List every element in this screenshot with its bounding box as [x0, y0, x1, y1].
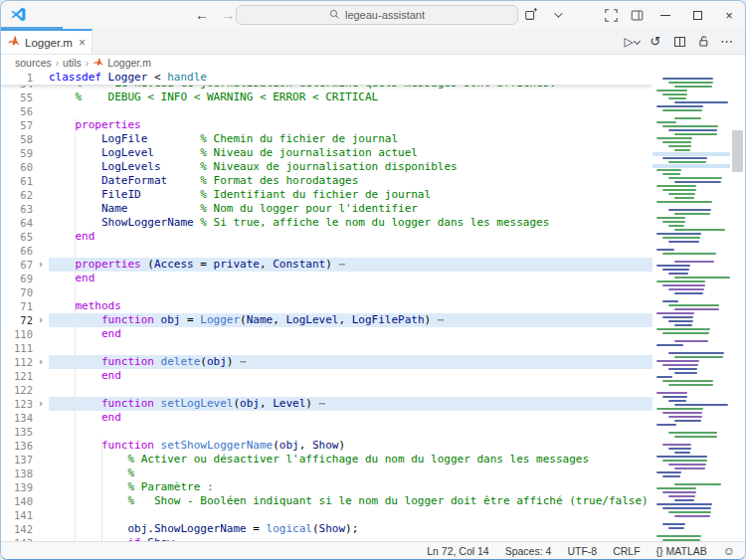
- minimize-button[interactable]: [650, 1, 681, 29]
- status-bar: Ln 72, Col 14 Spaces: 4 UTF-8 CRLF {} MA…: [1, 541, 745, 559]
- line-number: 143: [1, 536, 33, 541]
- encoding-status[interactable]: UTF-8: [567, 545, 597, 557]
- line-number: 57: [1, 118, 33, 132]
- run-button[interactable]: ▷: [622, 31, 642, 53]
- code-line[interactable]: 66: [1, 244, 653, 258]
- fold-gutter: [33, 91, 49, 104]
- sticky-scroll-line[interactable]: 1classdef Logger < handle: [1, 71, 653, 86]
- fold-gutter: [33, 425, 49, 439]
- fold-chevron-icon[interactable]: ›: [33, 258, 49, 272]
- command-center-search[interactable]: legeau-assistant: [236, 5, 518, 25]
- code-area[interactable]: 54 % - Le niveau de journalisation déter…: [1, 71, 653, 541]
- line-number: 123: [1, 397, 33, 411]
- maximize-button[interactable]: [681, 1, 713, 29]
- feedback-smiley-icon[interactable]: ☺: [723, 544, 735, 558]
- code-line[interactable]: 121 end: [1, 369, 653, 383]
- code-line[interactable]: 62 FileID % Identifiant du fichier de jo…: [1, 188, 653, 202]
- tab-logger-m[interactable]: Logger.m ×: [1, 29, 93, 54]
- fold-chevron-icon[interactable]: ›: [33, 313, 49, 327]
- customize-layout-icon[interactable]: [624, 1, 650, 29]
- matlab-file-icon: [93, 57, 103, 70]
- close-window-button[interactable]: ×: [713, 1, 745, 29]
- timeline-history-icon[interactable]: ↺: [646, 31, 665, 53]
- unlock-icon[interactable]: [693, 31, 713, 53]
- tab-bar: Logger.m × ▷ ↺ ⋯: [1, 29, 745, 55]
- minimap-highlight: [653, 164, 730, 168]
- code-line[interactable]: 71 methods: [1, 299, 653, 313]
- code-line[interactable]: 57 properties: [1, 118, 653, 132]
- minimap[interactable]: [653, 71, 730, 541]
- breadcrumb-file[interactable]: Logger.m: [107, 57, 151, 69]
- breadcrumb-separator: ›: [56, 58, 59, 69]
- fold-chevron-icon[interactable]: ›: [33, 355, 49, 369]
- titlebar-accent-line: [1, 27, 63, 29]
- code-line[interactable]: 58 LogFile % Chemin du fichier de journa…: [1, 132, 653, 146]
- line-number: 142: [1, 522, 33, 536]
- code-line[interactable]: 72› function obj = Logger(Name, LogLevel…: [1, 313, 653, 327]
- fold-gutter: [33, 411, 49, 425]
- code-line[interactable]: 61 DateFormat % Format des horodatages: [1, 174, 653, 188]
- split-editor-icon[interactable]: [669, 31, 689, 53]
- code-line[interactable]: 111: [1, 341, 653, 355]
- fold-gutter: [33, 369, 49, 383]
- code-line[interactable]: 69 end: [1, 272, 653, 285]
- line-number: 111: [1, 341, 33, 355]
- code-line[interactable]: 67› properties (Access = private, Consta…: [1, 258, 653, 272]
- line-number: 61: [1, 174, 33, 188]
- fullscreen-icon[interactable]: [598, 1, 624, 29]
- code-line[interactable]: 137 % Activer ou désactiver l'affichage …: [1, 453, 653, 467]
- fold-chevron-icon[interactable]: ›: [33, 397, 49, 411]
- indentation-status[interactable]: Spaces: 4: [505, 545, 552, 557]
- code-line[interactable]: 123› function setLogLevel(obj, Level) ⋯: [1, 397, 653, 411]
- code-line[interactable]: 135: [1, 425, 653, 439]
- code-line[interactable]: 112› function delete(obj) ⋯: [1, 355, 653, 369]
- fold-gutter: [33, 494, 49, 508]
- code-line[interactable]: 138 %: [1, 467, 653, 480]
- code-line[interactable]: 142 obj.ShowLoggerName = logical(Show);: [1, 522, 653, 536]
- tab-close-icon[interactable]: ×: [79, 36, 86, 50]
- code-line[interactable]: 60 LogLevels % Niveaux de journalisation…: [1, 160, 653, 174]
- code-line[interactable]: 136 function setShowLoggerName(obj, Show…: [1, 439, 653, 453]
- new-window-icon[interactable]: [518, 1, 544, 29]
- fold-gutter: [33, 453, 49, 467]
- vertical-scrollbar[interactable]: [730, 71, 745, 541]
- code-line[interactable]: 56: [1, 104, 653, 118]
- back-arrow-icon[interactable]: ←: [195, 7, 209, 23]
- window-actions-chevron-icon[interactable]: [544, 1, 570, 29]
- code-lines[interactable]: 54 % - Le niveau de journalisation déter…: [1, 77, 653, 541]
- fold-gutter: [33, 174, 49, 188]
- fold-gutter: [33, 341, 49, 355]
- line-number: 110: [1, 327, 33, 341]
- code-line[interactable]: 110 end: [1, 327, 653, 341]
- vscode-window: ← → legeau-assistant ×: [0, 0, 746, 560]
- scrollbar-slider[interactable]: [732, 130, 743, 172]
- eol-status[interactable]: CRLF: [613, 545, 640, 557]
- cursor-position-status[interactable]: Ln 72, Col 14: [427, 545, 488, 557]
- code-line[interactable]: 134 end: [1, 411, 653, 425]
- code-line[interactable]: 64 ShowLoggerName % Si true, affiche le …: [1, 216, 653, 230]
- code-line[interactable]: 122: [1, 383, 653, 397]
- line-number: 63: [1, 202, 33, 216]
- code-line[interactable]: 139 % Paramètre :: [1, 480, 653, 494]
- code-line[interactable]: 59 LogLevel % Niveau de journalisation a…: [1, 146, 653, 160]
- code-line[interactable]: 141: [1, 508, 653, 522]
- code-line[interactable]: 55 % DEBUG < INFO < WARNING < ERROR < CR…: [1, 91, 653, 104]
- more-actions-icon[interactable]: ⋯: [717, 31, 737, 53]
- fold-gutter: [33, 508, 49, 522]
- breadcrumb-utils[interactable]: utils: [63, 57, 82, 69]
- line-number: 67: [1, 258, 33, 272]
- fold-gutter: [33, 132, 49, 146]
- fold-gutter: [33, 146, 49, 160]
- code-line[interactable]: 1classdef Logger < handle: [1, 71, 653, 85]
- fold-gutter: [33, 104, 49, 118]
- code-line[interactable]: 143 if Show: [1, 536, 653, 541]
- code-line[interactable]: 70: [1, 285, 653, 299]
- fold-gutter: [33, 244, 49, 258]
- breadcrumb-sources[interactable]: sources: [15, 57, 52, 69]
- code-line[interactable]: 65 end: [1, 230, 653, 244]
- line-number: 134: [1, 411, 33, 425]
- line-number: 121: [1, 369, 33, 383]
- code-line[interactable]: 140 % Show - Booléen indiquant si le nom…: [1, 494, 653, 508]
- language-mode-status[interactable]: {} MATLAB: [656, 545, 707, 557]
- code-line[interactable]: 63 Name % Nom du logger pour l'identifie…: [1, 202, 653, 216]
